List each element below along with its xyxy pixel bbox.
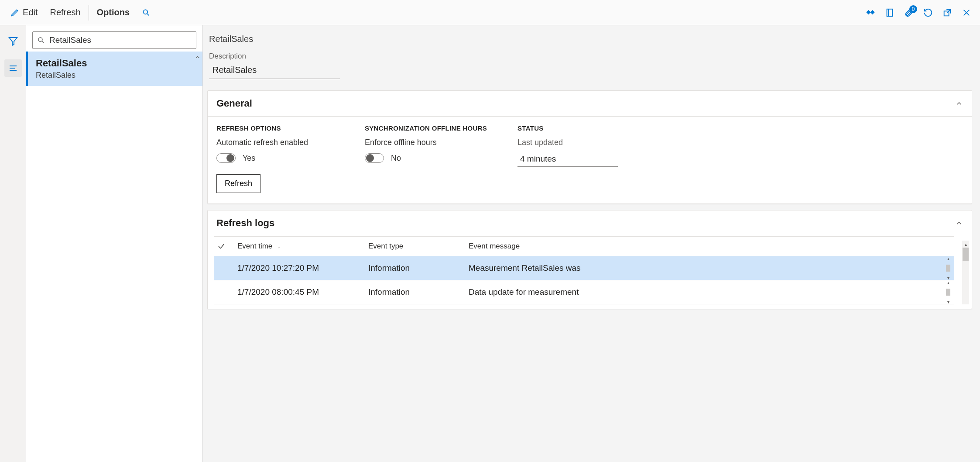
list-items: RetailSales RetailSales (26, 52, 202, 462)
general-section-title: General (216, 98, 252, 109)
auto-refresh-value: Yes (243, 154, 255, 163)
refresh-options-heading: REFRESH OPTIONS (216, 124, 352, 132)
refresh-logs-section: Refresh logs (207, 210, 972, 309)
refresh-cmd-label: Refresh (50, 7, 80, 17)
office-icon[interactable] (885, 8, 894, 17)
options-label: Options (97, 7, 130, 17)
refresh-logs-table: Event time ↓ Event type Event message (214, 236, 954, 304)
chevron-up-icon[interactable]: ▴ (945, 279, 952, 286)
list-item[interactable]: RetailSales RetailSales (26, 52, 202, 86)
chevron-up-icon[interactable]: ▴ (962, 241, 969, 248)
attachments-count-badge: 0 (909, 5, 917, 13)
list-search-box[interactable] (32, 31, 196, 49)
enforce-offline-toggle[interactable] (365, 153, 384, 163)
search-cmd-button[interactable] (136, 5, 157, 21)
auto-refresh-label: Automatic refresh enabled (216, 138, 352, 147)
enforce-offline-value: No (391, 154, 401, 163)
cell-scrollbar[interactable]: ▴ ▾ (945, 279, 952, 304)
popout-icon[interactable] (942, 8, 952, 17)
cmd-divider (89, 5, 89, 21)
chevron-up-icon (955, 100, 963, 107)
general-section: General REFRESH OPTIONS Automatic refres… (207, 90, 972, 204)
description-field[interactable]: RetailSales (209, 61, 340, 79)
list-item-subtitle: RetailSales (36, 71, 194, 80)
table-row[interactable]: 1/7/2020 08:00:45 PM Information Data up… (214, 280, 954, 304)
refresh-logs-title: Refresh logs (216, 217, 274, 229)
enforce-offline-label: Enforce offline hours (365, 138, 504, 147)
chevron-up-icon (955, 219, 963, 227)
general-section-header[interactable]: General (208, 91, 972, 117)
description-label: Description (209, 52, 972, 61)
last-updated-value: 4 minutes (517, 152, 618, 167)
chevron-down-icon[interactable]: ▾ (945, 298, 952, 304)
edit-label: Edit (23, 7, 38, 17)
sort-desc-icon: ↓ (277, 242, 281, 250)
svg-rect-3 (870, 10, 874, 14)
auto-refresh-toggle[interactable] (216, 153, 236, 163)
logs-scrollbar[interactable]: ▴ (962, 241, 969, 304)
cell-scrollbar[interactable]: ▴ ▾ (945, 255, 952, 281)
chevron-up-icon[interactable] (195, 54, 201, 60)
col-event-type[interactable]: Event type (365, 237, 465, 256)
svg-rect-2 (866, 10, 870, 14)
command-bar: Edit Refresh Options (0, 0, 980, 25)
svg-point-14 (38, 38, 42, 41)
svg-marker-10 (9, 38, 17, 45)
refresh-logs-header[interactable]: Refresh logs (208, 210, 972, 236)
chevron-up-icon[interactable]: ▴ (945, 255, 952, 262)
refresh-button[interactable]: Refresh (216, 174, 260, 193)
list-panel: RetailSales RetailSales (26, 25, 203, 462)
list-search-input[interactable] (49, 35, 192, 45)
svg-line-15 (42, 41, 44, 43)
close-icon[interactable] (962, 8, 971, 17)
related-links-icon[interactable] (866, 8, 875, 17)
last-updated-label: Last updated (517, 138, 963, 147)
search-icon (142, 8, 151, 17)
cell-event-time: 1/7/2020 08:00:45 PM (234, 280, 365, 304)
record-title: RetailSales (209, 34, 972, 44)
list-view-button[interactable] (4, 59, 22, 77)
pencil-icon (10, 8, 19, 17)
table-row[interactable]: 1/7/2020 10:27:20 PM Information Measure… (214, 256, 954, 280)
svg-point-0 (143, 10, 147, 14)
edit-button[interactable]: Edit (4, 4, 44, 21)
options-button[interactable]: Options (91, 4, 136, 21)
svg-rect-4 (887, 9, 893, 16)
status-heading: STATUS (517, 124, 963, 132)
search-icon (37, 36, 45, 44)
cell-event-type: Information (365, 256, 465, 280)
select-all-column[interactable] (214, 237, 234, 256)
cell-event-message: Measurement RetailSales was (469, 263, 581, 272)
navigation-rail (0, 25, 26, 462)
detail-panel: RetailSales Description RetailSales Gene… (203, 25, 980, 462)
refresh-cmd-button[interactable]: Refresh (44, 4, 86, 21)
reload-icon[interactable] (923, 8, 933, 17)
col-event-message[interactable]: Event message (465, 237, 954, 256)
cell-event-message: Data update for measurement (469, 287, 579, 297)
filter-button[interactable] (4, 32, 22, 50)
cell-event-type: Information (365, 280, 465, 304)
attachments-button[interactable]: 0 (904, 8, 914, 17)
sync-offline-heading: SYNCHRONIZATION OFFLINE HOURS (365, 124, 504, 132)
cell-event-time: 1/7/2020 10:27:20 PM (234, 256, 365, 280)
col-event-time[interactable]: Event time ↓ (234, 237, 365, 256)
svg-line-1 (147, 14, 149, 16)
list-item-title: RetailSales (36, 58, 194, 69)
